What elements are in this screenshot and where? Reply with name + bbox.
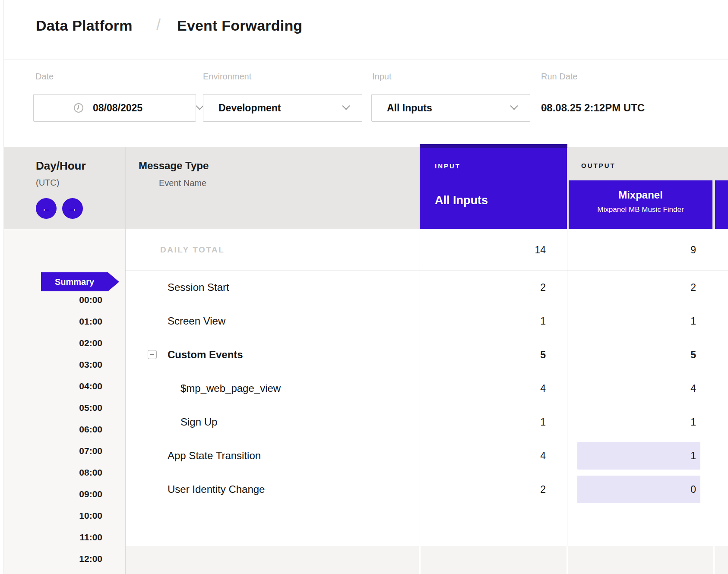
hour-item[interactable]: 03:00 [4,354,102,375]
summary-flag-label: Summary [41,272,108,291]
table-row: Session Start22 [125,271,728,304]
column-divider [567,546,568,574]
input-column-title: All Inputs [435,194,488,207]
output-count-cell: 1 [577,408,700,436]
output-count-cell: 1 [577,307,700,335]
date-select[interactable]: 08/08/2025 [33,94,196,122]
environment-select[interactable]: Development [203,94,362,122]
input-count-cell: 5 [420,338,546,372]
daily-total-row: DAILY TOTAL 14 9 [125,229,728,271]
chevron-down-icon [342,102,350,110]
hour-item[interactable]: 09:00 [4,483,102,505]
hour-item[interactable]: 04:00 [4,375,102,397]
output-count-cell: 5 [577,341,700,369]
table-row: Custom Events55 [125,338,728,372]
input-count-cell: 1 [420,405,546,439]
input-select[interactable]: All Inputs [371,94,530,122]
hour-item[interactable]: 07:00 [4,440,102,462]
table-row: Screen View11 [125,304,728,338]
table-row: App State Transition41 [125,439,728,473]
hour-item[interactable]: 02:00 [4,332,102,354]
day-hour-timezone: (UTC) [36,178,59,188]
column-divider [419,546,421,574]
table-row: Sign Up11 [125,405,728,439]
connection-subtitle: Mixpanel MB Music Finder [569,205,712,214]
event-label: User Identity Change [168,483,265,495]
hour-item[interactable]: 01:00 [4,311,102,332]
next-connection-header-partial[interactable] [715,180,728,229]
event-label: Session Start [168,281,229,293]
event-label: App State Transition [168,450,261,462]
input-column-header[interactable]: INPUT All Inputs [420,148,567,229]
output-connection-header[interactable]: Mixpanel Mixpanel MB Music Finder [569,180,712,229]
hour-item[interactable]: 08:00 [4,462,102,483]
previous-day-button[interactable]: ← [36,198,57,219]
arrow-right-icon: → [68,203,77,214]
hour-item[interactable]: 10:00 [4,505,102,527]
input-count-cell: 4 [420,439,546,473]
event-label: Screen View [168,315,225,327]
input-count-cell: 2 [420,473,546,506]
date-filter-label: Date [35,72,54,82]
arrow-left-icon: ← [41,203,51,214]
output-count-cell: 4 [577,375,700,402]
collapse-minus-icon[interactable] [148,350,157,359]
output-count-cell: 2 [577,274,700,301]
column-divider [713,546,715,574]
input-column-accent-strip [420,144,567,148]
minus-glyph [150,354,154,355]
input-kicker: INPUT [435,162,461,170]
hour-item[interactable]: 11:00 [4,527,102,548]
breadcrumb: Data Platform / Event Forwarding [4,0,728,60]
date-value: 08/08/2025 [93,95,142,121]
event-name-subheader: Event Name [159,178,206,188]
event-label: Sign Up [180,416,217,428]
hour-item[interactable]: 06:00 [4,419,102,440]
hour-item[interactable]: 13:00 [4,570,102,574]
event-forwarding-page: Data Platform / Event Forwarding Date En… [0,0,728,574]
breadcrumb-separator: / [156,16,161,34]
next-day-button[interactable]: → [62,198,83,219]
table-row: $mp_web_page_view44 [125,372,728,405]
page-title: Event Forwarding [177,17,302,34]
summary-flag-arrow [108,272,119,291]
input-count-cell: 4 [420,372,546,405]
breadcrumb-section[interactable]: Data Platform [36,17,133,34]
table-row: User Identity Change20 [125,473,728,506]
event-label: $mp_web_page_view [180,382,281,394]
chevron-down-icon [510,102,518,110]
input-value: All Inputs [387,95,432,121]
hour-item[interactable]: 12:00 [4,548,102,570]
daily-total-input-value: 14 [420,229,546,271]
daily-total-output-value: 9 [577,236,700,264]
environment-value: Development [218,95,281,121]
output-count-cell-highlighted[interactable]: 1 [577,442,700,470]
event-label: Custom Events [168,349,243,361]
empty-footer-band [126,546,728,574]
run-date-value: 08.08.25 2:12PM UTC [541,94,645,122]
hour-item[interactable]: 00:00 [4,289,102,311]
input-count-cell: 1 [420,304,546,338]
clock-icon [73,103,84,113]
environment-filter-label: Environment [203,72,251,82]
chevron-down-icon [196,102,203,110]
daily-total-label: DAILY TOTAL [160,245,225,255]
input-filter-label: Input [372,72,391,82]
output-kicker: OUTPUT [581,162,616,169]
run-date-label: Run Date [541,72,578,82]
connection-name: Mixpanel [569,189,712,201]
output-count-cell-highlighted[interactable]: 0 [577,476,700,503]
input-count-cell: 2 [420,271,546,304]
message-type-header: Message Type [139,160,209,172]
hour-item[interactable]: 05:00 [4,397,102,419]
day-hour-header: Day/Hour [36,159,86,173]
